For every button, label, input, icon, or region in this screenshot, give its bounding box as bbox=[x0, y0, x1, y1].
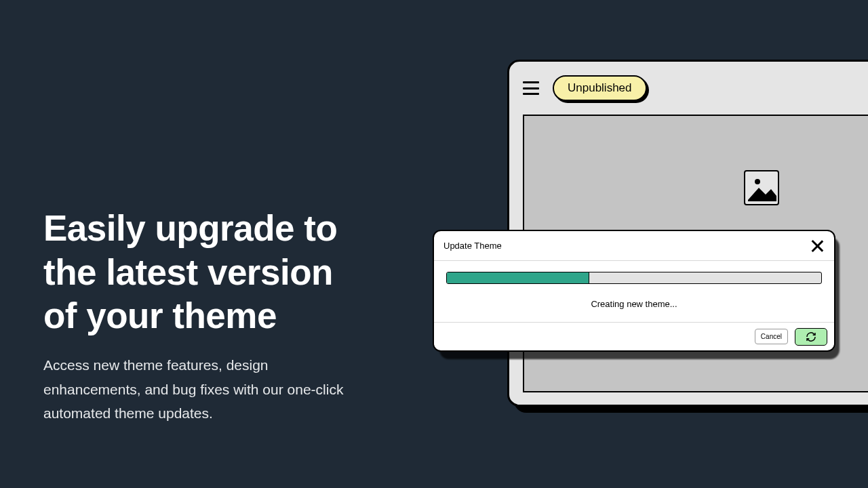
cancel-button-label: Cancel bbox=[761, 333, 782, 340]
hamburger-icon[interactable] bbox=[523, 81, 539, 95]
marketing-copy: Easily upgrade to the latest version of … bbox=[43, 207, 369, 426]
progress-bar bbox=[446, 272, 822, 284]
update-theme-modal: Update Theme Creating new theme... Cance… bbox=[433, 230, 835, 352]
image-placeholder-icon bbox=[744, 170, 779, 205]
app-topbar: Unpublished bbox=[509, 62, 868, 115]
cancel-button[interactable]: Cancel bbox=[755, 329, 788, 344]
progress-status-text: Creating new theme... bbox=[591, 299, 677, 309]
publish-status-label: Unpublished bbox=[568, 81, 632, 94]
refresh-icon bbox=[806, 331, 816, 342]
svg-point-0 bbox=[755, 179, 760, 184]
marketing-heading: Easily upgrade to the latest version of … bbox=[43, 207, 369, 338]
marketing-subheading: Access new theme features, design enhanc… bbox=[43, 353, 369, 426]
progress-fill bbox=[447, 272, 589, 283]
publish-status-pill[interactable]: Unpublished bbox=[553, 75, 647, 101]
modal-footer: Cancel bbox=[434, 322, 834, 350]
modal-body: Creating new theme... bbox=[434, 261, 834, 322]
modal-header: Update Theme bbox=[434, 231, 834, 261]
refresh-button[interactable] bbox=[795, 328, 827, 346]
modal-title: Update Theme bbox=[443, 241, 502, 251]
close-icon[interactable] bbox=[810, 239, 825, 253]
